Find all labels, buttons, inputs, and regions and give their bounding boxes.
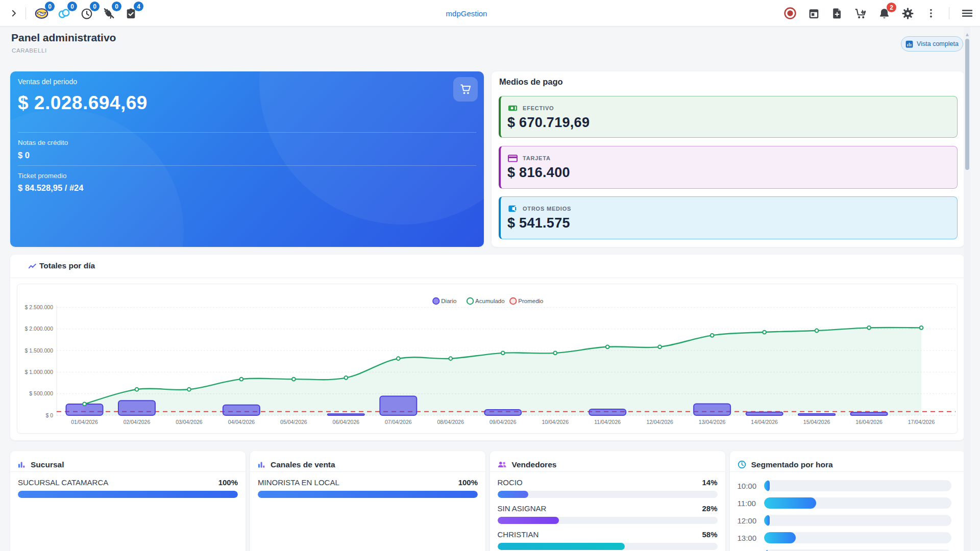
expand-sidebar-button[interactable] bbox=[5, 5, 22, 22]
acumulado-area bbox=[85, 328, 922, 415]
people-icon bbox=[498, 461, 507, 468]
acumulado-point[interactable] bbox=[710, 334, 714, 337]
sales-divider bbox=[18, 165, 476, 166]
credit-notes-value: $ 0 bbox=[18, 151, 30, 160]
sales-cart-button[interactable] bbox=[453, 77, 478, 102]
daily-totals-chart[interactable]: $ 0$ 500.000$ 1.000.000$ 1.500.000$ 2.00… bbox=[17, 284, 958, 434]
diario-bar[interactable] bbox=[851, 412, 888, 415]
y-tick-label: $ 500.000 bbox=[29, 390, 53, 396]
row-percent: 58% bbox=[702, 530, 717, 539]
acumulado-point[interactable] bbox=[187, 388, 191, 391]
y-tick-label: $ 0 bbox=[45, 412, 53, 418]
hour-fill bbox=[764, 480, 770, 491]
legend-swatch-promedio[interactable] bbox=[510, 298, 516, 304]
file-plus-icon bbox=[831, 7, 843, 19]
card-title: Sucursal bbox=[31, 460, 64, 469]
diario-bar[interactable] bbox=[694, 404, 730, 415]
legend-swatch-acumulado[interactable] bbox=[467, 298, 473, 304]
row-percent: 14% bbox=[702, 478, 717, 487]
legend-label[interactable]: Diario bbox=[441, 298, 456, 304]
cart-arrow-icon bbox=[854, 7, 867, 20]
progress-fill bbox=[498, 517, 559, 524]
card-header: Sucursal bbox=[10, 451, 246, 471]
payment-method-label: EFECTIVO bbox=[523, 105, 554, 111]
sales-divider bbox=[18, 132, 476, 133]
pending-time-button[interactable]: 0 bbox=[78, 5, 95, 22]
progress-track bbox=[498, 543, 718, 550]
y-tick-label: $ 2.500.000 bbox=[25, 304, 54, 310]
hour-track bbox=[764, 480, 951, 491]
y-tick-label: $ 1.500.000 bbox=[25, 347, 54, 354]
card-title: Segmentado por hora bbox=[751, 460, 833, 469]
calendar-button[interactable] bbox=[805, 5, 822, 22]
sales-period-title: Ventas del periodo bbox=[18, 78, 77, 86]
diario-bar[interactable] bbox=[746, 412, 783, 415]
payment-method-blue: OTROS MEDIOS$ 541.575 bbox=[499, 196, 958, 239]
acumulado-point[interactable] bbox=[344, 376, 348, 380]
legend-swatch-diario[interactable] bbox=[433, 298, 439, 304]
new-document-button[interactable] bbox=[828, 5, 846, 22]
record-button[interactable] bbox=[781, 5, 799, 22]
diario-bar[interactable] bbox=[484, 410, 521, 415]
acumulado-point[interactable] bbox=[397, 357, 400, 360]
hour-label: 10:00 bbox=[738, 482, 764, 490]
settings-button[interactable] bbox=[899, 5, 916, 22]
acumulado-point[interactable] bbox=[292, 378, 296, 381]
legend-label[interactable]: Acumulado bbox=[475, 298, 505, 304]
acumulado-point[interactable] bbox=[658, 345, 662, 348]
acumulado-point[interactable] bbox=[135, 388, 139, 391]
avg-ticket-value: $ 84.528,95 / #24 bbox=[18, 183, 83, 193]
breakdown-card-sucursal: SucursalSUCURSAL CATAMARCA100% bbox=[10, 451, 246, 551]
x-tick-label: 04/04/2026 bbox=[228, 419, 255, 425]
more-options-button[interactable] bbox=[922, 5, 940, 22]
menu-button[interactable] bbox=[959, 5, 976, 22]
percent-row: CHRISTIAN58% bbox=[498, 529, 718, 550]
avg-ticket-label: Ticket promedio bbox=[18, 172, 67, 180]
x-tick-label: 12/04/2026 bbox=[646, 419, 673, 425]
notifications-badge: 2 bbox=[887, 3, 896, 12]
disconnected-badge: 0 bbox=[112, 2, 121, 11]
acumulado-point[interactable] bbox=[920, 326, 923, 330]
full-view-button[interactable]: Vista completa bbox=[901, 36, 963, 52]
bar-chart-icon bbox=[258, 461, 265, 469]
payments-badge: 0 bbox=[45, 2, 55, 11]
app-brand: mdpGestion bbox=[446, 0, 487, 27]
acumulado-point[interactable] bbox=[815, 329, 819, 333]
cart-icon bbox=[459, 83, 472, 95]
progress-track bbox=[498, 517, 718, 524]
acumulado-point[interactable] bbox=[553, 351, 557, 355]
disconnected-button[interactable]: 0 bbox=[100, 5, 117, 22]
acumulado-point[interactable] bbox=[606, 345, 609, 348]
acumulado-point[interactable] bbox=[83, 403, 86, 406]
toolbar-divider-right bbox=[949, 7, 949, 19]
acumulado-point[interactable] bbox=[501, 351, 505, 355]
payment-method-label: OTROS MEDIOS bbox=[523, 206, 571, 212]
x-tick-label: 14/04/2026 bbox=[751, 419, 778, 425]
diario-bar[interactable] bbox=[118, 400, 155, 415]
notifications-button[interactable]: 2 bbox=[875, 5, 893, 22]
acumulado-point[interactable] bbox=[449, 357, 452, 360]
card-header: Segmentado por hora bbox=[730, 451, 965, 471]
gear-icon bbox=[901, 7, 914, 20]
scrollbar-up-arrow[interactable] bbox=[966, 33, 969, 36]
payments-button[interactable]: 0 bbox=[33, 5, 51, 22]
row-label: SIN ASIGNAR bbox=[498, 504, 547, 513]
legend-label[interactable]: Promedio bbox=[518, 298, 543, 304]
y-tick-label: $ 2.000.000 bbox=[25, 325, 54, 332]
hour-row: 11:00 bbox=[738, 497, 958, 509]
links-button[interactable]: 0 bbox=[56, 5, 73, 22]
diario-bar[interactable] bbox=[798, 414, 835, 415]
diario-bar[interactable] bbox=[223, 405, 260, 415]
kebab-menu-icon bbox=[925, 8, 937, 19]
diario-bar[interactable] bbox=[380, 396, 416, 415]
acumulado-point[interactable] bbox=[867, 326, 871, 330]
x-tick-label: 17/04/2026 bbox=[908, 419, 935, 425]
acumulado-point[interactable] bbox=[240, 378, 243, 381]
acumulado-point[interactable] bbox=[763, 331, 766, 334]
diario-bar[interactable] bbox=[589, 409, 626, 415]
add-to-cart-button[interactable] bbox=[852, 5, 869, 22]
scrollbar-thumb[interactable] bbox=[965, 39, 969, 170]
tasks-button[interactable]: 4 bbox=[122, 5, 139, 22]
hamburger-menu-icon bbox=[961, 7, 973, 19]
diario-bar[interactable] bbox=[328, 414, 364, 415]
